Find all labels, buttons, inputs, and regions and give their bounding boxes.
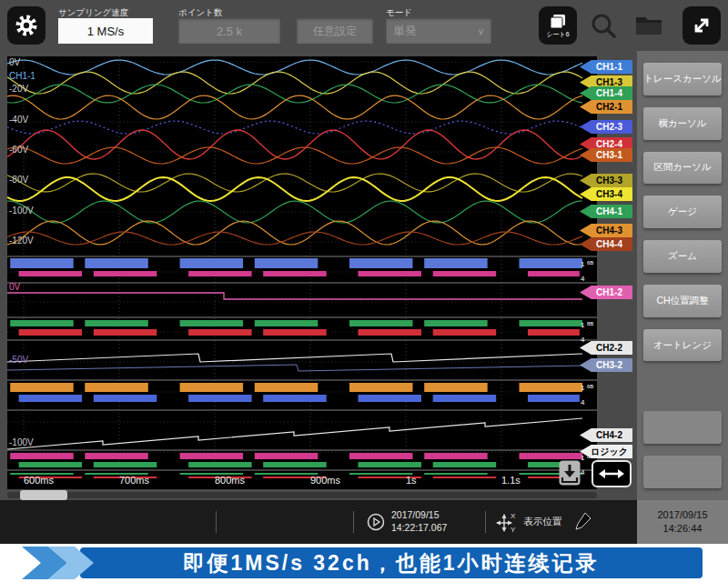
search-icon [589,11,618,40]
svg-text:600ms: 600ms [24,475,55,486]
folder-button[interactable] [630,6,668,45]
svg-text:-100V: -100V [9,206,34,216]
svg-text:1: 1 [581,321,585,329]
point-count-value: 2.5 k [178,18,280,44]
svg-text:1.1s: 1.1s [501,475,521,486]
scrollbar-handle[interactable] [20,490,67,500]
svg-text:Y: Y [511,526,516,533]
trigger-timestamp: 2017/09/15 14:22:17.067 [391,509,447,534]
clock: 2017/09/15 14:26:44 [637,500,728,544]
svg-text:-120V: -120V [9,236,34,246]
sampling-rate-label: サンプリング速度 [58,6,153,18]
left-right-arrow-icon [598,467,625,481]
status-bar: 2017/09/15 14:22:17.067 X Y 表示位置 [0,500,637,544]
sidebar-button-3[interactable]: 区間カーソル [643,152,722,185]
horizontal-scroll-button[interactable] [592,460,632,487]
sidebar-button-empty-8 [643,411,722,444]
svg-text:8B: 8B [587,321,593,326]
sidebar-button-7[interactable]: オートレンジ [643,329,722,362]
svg-text:4: 4 [581,336,585,344]
search-button[interactable] [584,6,622,45]
xy-position-icon: X Y [495,511,519,533]
gear-icon [15,14,38,37]
svg-text:0V: 0V [9,282,21,292]
status-row: 2017/09/15 14:22:17.067 X Y 表示位置 2017/09… [0,500,728,544]
separator [485,511,486,533]
horizontal-scrollbar[interactable] [7,492,597,498]
separator [216,511,217,533]
fullscreen-button[interactable] [682,6,721,45]
sidebar-button-6[interactable]: CH位置調整 [643,285,722,317]
sheets-icon [548,14,568,31]
svg-text:700ms: 700ms [119,475,150,486]
svg-text:900ms: 900ms [310,475,341,486]
svg-text:-100V: -100V [9,437,34,447]
position-label: 表示位置 [523,516,561,528]
svg-text:1s: 1s [406,475,417,486]
clock-date: 2017/09/15 [657,508,707,522]
toolbar: サンプリング速度 1 MS/s ポイント数 2.5 k 任意設定 モード 単発 … [0,0,728,51]
mode-field: モード 単発 ∨ [386,6,491,44]
svg-text:CH1-1: CH1-1 [9,71,35,81]
sidebar-button-1[interactable]: トレースカーソル [643,63,722,95]
recorder-screen: サンプリング速度 1 MS/s ポイント数 2.5 k 任意設定 モード 単発 … [0,0,728,582]
sidebar: トレースカーソル横カーソル区間カーソルゲージズームCH位置調整オートレンジ [637,51,728,500]
pen-icon[interactable] [574,511,592,533]
mode-select[interactable]: 単発 ∨ [386,18,491,44]
chevron-down-icon: ∨ [478,26,484,36]
waveform-display[interactable]: 0VCH1-1-20V-40V-60V-80V-100V-120V0V-50V-… [7,56,597,489]
svg-text:-40V: -40V [9,115,28,125]
sidebar-button-4[interactable]: ゲージ [643,196,722,228]
svg-text:4: 4 [581,398,585,406]
clock-time: 14:26:44 [663,522,703,536]
svg-text:1: 1 [581,454,585,462]
waveform-area: 0VCH1-1-20V-40V-60V-80V-100V-120V0V-50V-… [0,51,637,500]
banner-text: 即便1MS/s 32ch，也能1小时连续记录 [80,547,703,578]
separator [353,511,354,533]
trigger-date: 2017/09/15 [391,509,447,522]
svg-text:X: X [511,512,516,520]
svg-text:1: 1 [581,384,585,392]
svg-text:-50V: -50V [9,355,28,365]
folder-icon [634,14,663,37]
down-arrow-icon [559,460,581,486]
svg-text:6B: 6B [587,260,593,266]
svg-text:-20V: -20V [9,84,28,94]
sheet-button[interactable]: シート6 [539,6,577,45]
down-arrow-button[interactable] [559,460,581,486]
settings-button[interactable] [7,6,46,45]
mode-label: モード [386,6,491,18]
point-count-field: ポイント数 2.5 k [178,6,280,44]
promo-banner: 即便1MS/s 32ch，也能1小时连续记录 [0,544,728,582]
mode-value: 単発 [393,23,417,39]
trigger-time: 14:22:17.067 [391,522,447,535]
svg-text:-60V: -60V [9,145,28,155]
svg-text:1: 1 [581,260,585,268]
point-count-label: ポイント数 [178,6,280,18]
svg-text:-80V: -80V [9,175,28,185]
svg-text:800ms: 800ms [215,475,246,486]
sidebar-button-2[interactable]: 横カーソル [643,107,722,140]
svg-text:4: 4 [581,275,585,283]
trigger-play-icon [367,513,385,531]
expand-icon [690,14,713,37]
svg-text:6B: 6B [587,384,593,389]
sidebar-button-5[interactable]: ズーム [643,240,722,273]
arbitrary-setting-button[interactable]: 任意設定 [297,18,373,44]
sampling-rate-field: サンプリング速度 1 MS/s [58,6,153,44]
svg-text:0V: 0V [9,57,21,67]
main-area: 0VCH1-1-20V-40V-60V-80V-100V-120V0V-50V-… [0,51,728,500]
sampling-rate-value[interactable]: 1 MS/s [58,18,153,44]
svg-text:4: 4 [581,468,585,477]
sidebar-button-empty-9 [643,456,722,488]
sheet-label: シート6 [546,31,569,38]
